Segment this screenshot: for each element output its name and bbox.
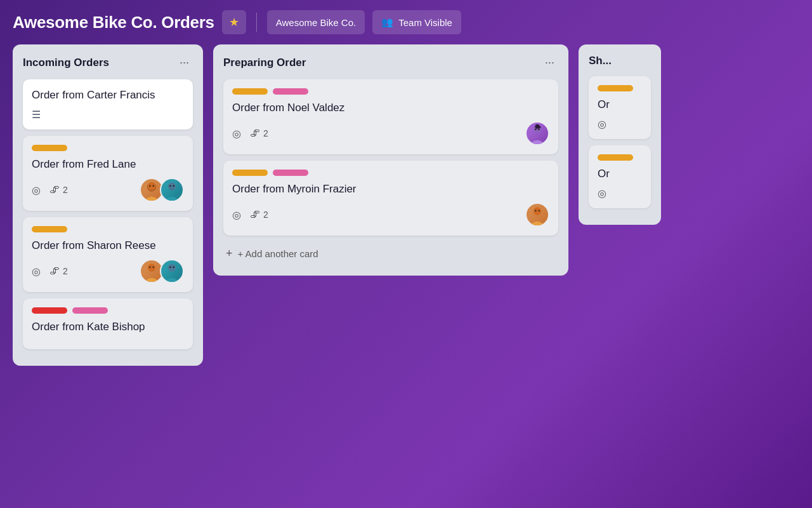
eye-icon: ◎ — [598, 187, 606, 199]
card-title: Order from Noel Valdez — [232, 101, 549, 115]
tag-row — [598, 154, 642, 161]
card-meta: ◎ 🖇 2 — [232, 209, 268, 221]
card-title: Order from Carter Francis — [32, 88, 184, 102]
tag-orange — [32, 145, 67, 151]
svg-point-3 — [152, 185, 154, 187]
description-icon: ☰ — [32, 109, 184, 121]
add-card-button[interactable]: + + Add another card — [223, 242, 558, 265]
card-avatars — [525, 203, 549, 227]
add-card-label: + Add another card — [238, 248, 318, 259]
paperclip-icon: 🖇 — [49, 184, 60, 196]
card-footer: ◎ 🖇 2 — [32, 259, 184, 283]
avatar — [525, 121, 549, 145]
column-title-shipped: Sh... — [589, 55, 612, 67]
tag-row — [32, 307, 184, 314]
tag-pink — [273, 88, 308, 95]
views-meta: ◎ — [32, 184, 41, 196]
card-meta: ◎ 🖇 2 — [232, 128, 268, 140]
card-title: Order from Kate Bishop — [32, 320, 184, 334]
column-header-incoming: Incoming Orders ··· — [23, 55, 193, 70]
attachments-count: 2 — [263, 210, 268, 220]
svg-point-9 — [152, 267, 154, 269]
column-title-incoming: Incoming Orders — [23, 57, 109, 69]
card-title: Or — [598, 98, 642, 112]
avatar — [160, 178, 184, 202]
card-title: Order from Sharon Reese — [32, 239, 184, 253]
star-icon: ★ — [229, 15, 239, 29]
board-title: Awesome Bike Co. Orders — [13, 13, 214, 32]
tag-pink — [273, 170, 308, 176]
svg-point-5 — [169, 185, 171, 187]
views-meta: ◎ — [232, 209, 241, 221]
paperclip-icon: 🖇 — [250, 209, 260, 220]
svg-point-17 — [538, 128, 540, 130]
svg-point-20 — [538, 210, 540, 212]
views-meta: ◎ — [232, 128, 241, 140]
card-title: Order from Fred Lane — [32, 157, 184, 171]
card-title: Order from Myroin Frazier — [232, 182, 549, 196]
tag-red — [32, 307, 67, 314]
column-title-preparing: Preparing Order — [223, 57, 306, 69]
eye-icon: ◎ — [32, 184, 41, 196]
svg-point-8 — [149, 267, 151, 269]
card-meta: ◎ — [598, 118, 642, 130]
card-partial-1[interactable]: Or ◎ — [589, 76, 651, 139]
eye-icon: ◎ — [598, 118, 606, 130]
card-noel-valdez[interactable]: Order from Noel Valdez ◎ 🖇 2 — [223, 79, 558, 154]
card-meta: ◎ — [598, 187, 642, 199]
star-button[interactable]: ★ — [222, 10, 246, 34]
svg-point-10 — [168, 264, 176, 272]
eye-icon: ◎ — [32, 265, 41, 277]
tag-orange — [32, 226, 67, 232]
add-card-plus-icon: + — [226, 247, 233, 260]
paperclip-icon: 🖇 — [49, 265, 60, 277]
column-menu-preparing[interactable]: ··· — [541, 55, 558, 70]
tag-orange — [598, 154, 633, 161]
tag-orange — [232, 170, 268, 176]
card-avatars — [140, 178, 184, 202]
svg-point-16 — [535, 128, 537, 130]
avatar — [160, 259, 184, 283]
card-sharon-reese[interactable]: Order from Sharon Reese ◎ 🖇 2 — [23, 217, 193, 292]
tag-pink — [72, 307, 108, 314]
card-footer: ◎ 🖇 2 — [32, 178, 184, 202]
attachments-meta: 🖇 2 — [49, 265, 68, 277]
card-avatars — [140, 259, 184, 283]
tag-row — [32, 145, 184, 151]
team-icon: 👥 — [381, 17, 393, 28]
svg-point-19 — [535, 210, 537, 212]
attachments-meta: 🖇 2 — [250, 128, 268, 139]
attachments-count: 2 — [63, 185, 68, 195]
views-meta: ◎ — [32, 265, 41, 277]
card-myroin-frazier[interactable]: Order from Myroin Frazier ◎ 🖇 2 — [223, 161, 558, 236]
attachments-meta: 🖇 2 — [49, 184, 68, 196]
header: Awesome Bike Co. Orders ★ Awesome Bike C… — [0, 0, 812, 44]
tag-row — [32, 226, 184, 232]
column-header-shipped: Sh... — [589, 55, 651, 67]
card-meta: ◎ 🖇 2 — [32, 265, 68, 277]
card-title: Or — [598, 167, 642, 181]
card-kate-bishop[interactable]: Order from Kate Bishop — [23, 298, 193, 349]
attachments-meta: 🖇 2 — [250, 209, 268, 220]
card-footer: ◎ 🖇 2 — [232, 203, 549, 227]
attachments-count: 2 — [263, 128, 268, 138]
svg-point-6 — [173, 185, 174, 187]
workspace-button[interactable]: Awesome Bike Co. — [267, 10, 365, 34]
board: Incoming Orders ··· Order from Carter Fr… — [0, 44, 812, 508]
column-menu-incoming[interactable]: ··· — [176, 55, 193, 70]
eye-icon: ◎ — [232, 128, 241, 140]
avatar — [525, 203, 549, 227]
team-visibility-button[interactable]: 👥 Team Visible — [372, 10, 461, 34]
card-carter-francis[interactable]: Order from Carter Francis ☰ — [23, 79, 193, 130]
tag-orange — [598, 85, 633, 91]
svg-point-12 — [173, 267, 174, 269]
svg-point-2 — [149, 185, 151, 187]
card-partial-2[interactable]: Or ◎ — [589, 145, 651, 208]
card-avatars — [525, 121, 549, 145]
paperclip-icon: 🖇 — [250, 128, 260, 139]
column-incoming: Incoming Orders ··· Order from Carter Fr… — [13, 44, 203, 366]
card-fred-lane[interactable]: Order from Fred Lane ◎ 🖇 2 — [23, 136, 193, 211]
tag-orange — [232, 88, 268, 95]
card-footer: ◎ 🖇 2 — [232, 121, 549, 145]
svg-point-11 — [169, 267, 171, 269]
